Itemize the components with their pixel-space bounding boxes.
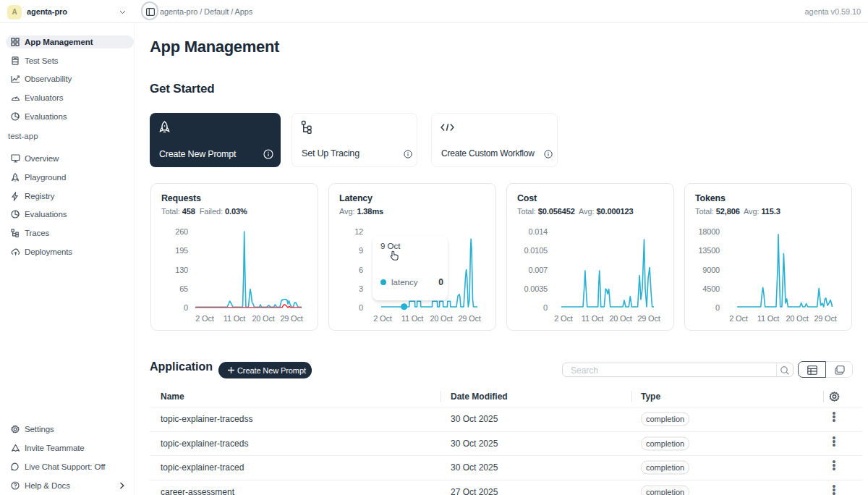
svg-text:2 Oct: 2 Oct [554, 314, 572, 323]
svg-text:0.014: 0.014 [528, 227, 548, 236]
svg-text:0.0035: 0.0035 [524, 284, 548, 293]
svg-text:6: 6 [359, 266, 363, 274]
svg-text:29 Oct: 29 Oct [280, 314, 302, 323]
svg-text:20 Oct: 20 Oct [252, 314, 274, 323]
svg-text:20 Oct: 20 Oct [786, 314, 808, 323]
svg-text:3: 3 [359, 284, 363, 293]
svg-text:2 Oct: 2 Oct [729, 314, 747, 323]
svg-text:65: 65 [179, 284, 188, 293]
svg-text:18000: 18000 [698, 227, 720, 236]
svg-text:11 Oct: 11 Oct [582, 314, 604, 323]
svg-text:0: 0 [543, 303, 548, 312]
svg-text:12: 12 [354, 227, 363, 236]
svg-text:0: 0 [184, 303, 188, 312]
svg-text:9000: 9000 [702, 266, 720, 274]
svg-text:2 Oct: 2 Oct [373, 314, 391, 323]
svg-text:20 Oct: 20 Oct [430, 314, 452, 323]
svg-text:0: 0 [715, 303, 720, 312]
svg-text:29 Oct: 29 Oct [637, 314, 660, 323]
svg-text:9: 9 [359, 246, 363, 255]
svg-text:0: 0 [359, 303, 363, 312]
svg-text:0.0105: 0.0105 [524, 246, 548, 255]
svg-text:11 Oct: 11 Oct [224, 314, 246, 323]
svg-text:260: 260 [175, 227, 188, 236]
svg-text:4500: 4500 [702, 284, 720, 293]
svg-text:29 Oct: 29 Oct [458, 314, 480, 323]
svg-text:11 Oct: 11 Oct [401, 314, 424, 323]
svg-text:20 Oct: 20 Oct [609, 314, 631, 323]
svg-text:13500: 13500 [698, 246, 720, 255]
svg-text:29 Oct: 29 Oct [814, 314, 836, 323]
svg-text:195: 195 [175, 246, 188, 255]
svg-text:2 Oct: 2 Oct [195, 314, 213, 323]
svg-text:130: 130 [175, 266, 188, 274]
svg-text:0.007: 0.007 [528, 266, 548, 274]
svg-text:11 Oct: 11 Oct [757, 314, 780, 323]
